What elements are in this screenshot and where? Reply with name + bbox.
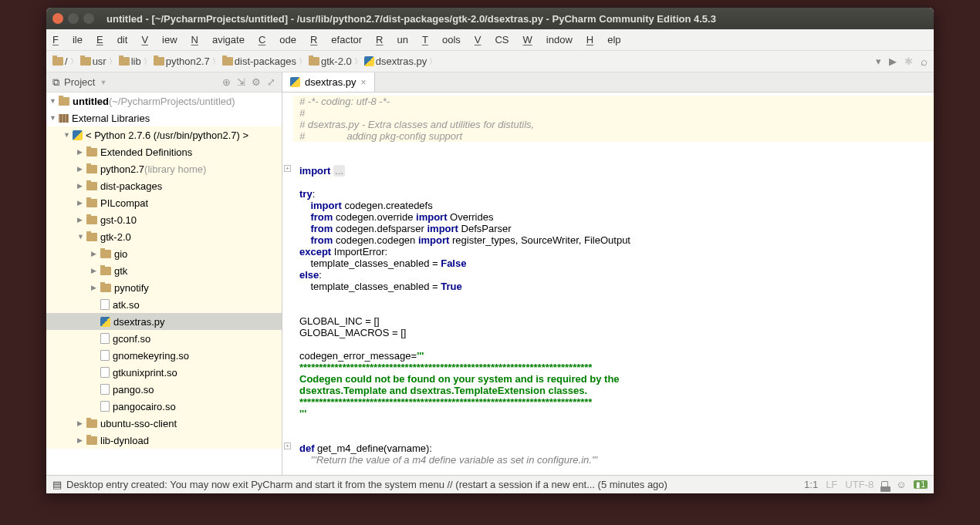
code-line[interactable]: ''' <box>293 408 934 419</box>
tree-pynotify[interactable]: ▶pynotify <box>46 279 282 296</box>
tree-external-libraries[interactable]: ▼External Libraries <box>46 109 282 126</box>
code-line[interactable]: try: <box>293 188 934 200</box>
code-line[interactable]: else: <box>293 269 934 281</box>
disclosure-icon[interactable]: ▶ <box>77 419 85 427</box>
tree-lib-dynload[interactable]: ▶lib-dynload <box>46 432 282 449</box>
run-icon[interactable]: ▶ <box>889 56 897 67</box>
window-maximize-button[interactable] <box>83 13 94 24</box>
code-line[interactable]: codegen_error_message=''' <box>293 350 934 362</box>
code-line[interactable]: except ImportError: <box>293 246 934 257</box>
tab-close-icon[interactable]: × <box>360 77 366 88</box>
tree-gst-0-10[interactable]: ▶gst-0.10 <box>46 211 282 228</box>
caret-position[interactable]: 1:1 <box>804 479 818 490</box>
crumb-dist-packages[interactable]: dist-packages <box>222 56 296 67</box>
run-config-dropdown[interactable]: ▾ <box>876 56 881 67</box>
readonly-icon[interactable] <box>881 479 888 490</box>
menu-refactor[interactable]: Refactor <box>310 34 362 45</box>
sidebar-title[interactable]: Project <box>64 76 95 88</box>
code-line[interactable]: # -*- coding: utf-8 -*- <box>293 96 934 107</box>
tree-extended-definitions[interactable]: ▶Extended Definitions <box>46 143 282 160</box>
crumb-dsextras-py[interactable]: dsextras.py <box>364 56 427 67</box>
disclosure-icon[interactable]: ▶ <box>91 250 99 257</box>
tree--python-2-7-6-usr-bin-python2-7-[interactable]: ▼< Python 2.7.6 (/usr/bin/python2.7) > <box>46 126 282 143</box>
code-line[interactable] <box>293 338 934 350</box>
code-line[interactable]: template_classes_enabled = False <box>293 257 934 269</box>
disclosure-icon[interactable]: ▼ <box>63 131 71 139</box>
menu-tools[interactable]: Tools <box>422 34 461 45</box>
search-icon[interactable]: ⌕ <box>921 55 928 68</box>
tree-dsextras-py[interactable]: dsextras.py <box>46 313 282 330</box>
file-encoding[interactable]: UTF-8 <box>845 479 874 490</box>
disclosure-icon[interactable]: ▶ <box>77 436 85 444</box>
code-editor[interactable]: # -*- coding: utf-8 -*-## dsextras.py - … <box>282 93 934 475</box>
disclosure-icon[interactable]: ▶ <box>77 182 85 190</box>
hide-icon[interactable]: ⤢ <box>267 76 275 88</box>
code-line[interactable]: # adding pkg-config support <box>293 130 934 142</box>
tree-pango-so[interactable]: pango.so <box>46 381 282 398</box>
disclosure-icon[interactable]: ▼ <box>49 114 57 122</box>
code-line[interactable]: '''Return the value of a m4 define varia… <box>293 454 934 466</box>
sidebar-view-dropdown[interactable]: ▼ <box>100 79 106 86</box>
menu-window[interactable]: Window <box>523 34 573 45</box>
code-line[interactable]: GLOBAL_MACROS = [] <box>293 327 934 338</box>
window-minimize-button[interactable] <box>68 13 79 24</box>
code-line[interactable]: # <box>293 107 934 119</box>
code-line[interactable] <box>293 431 934 443</box>
disclosure-icon[interactable]: ▶ <box>77 199 85 207</box>
tree-gconf-so[interactable]: gconf.so <box>46 330 282 347</box>
code-line[interactable] <box>293 304 934 315</box>
menu-view[interactable]: View <box>141 34 177 45</box>
code-line[interactable]: import codegen.createdefs <box>293 200 934 211</box>
code-line[interactable]: from codegen.override import Overrides <box>293 211 934 223</box>
crumb-lib[interactable]: lib <box>119 56 141 67</box>
line-separator[interactable]: LF <box>826 479 837 490</box>
tree-pangocairo-so[interactable]: pangocairo.so <box>46 398 282 415</box>
tree-atk-so[interactable]: atk.so <box>46 296 282 313</box>
tree-pilcompat[interactable]: ▶PILcompat <box>46 194 282 211</box>
tree-gnomekeyring-so[interactable]: gnomekeyring.so <box>46 347 282 364</box>
menu-file[interactable]: File <box>52 34 83 45</box>
tree-gtk-2-0[interactable]: ▼gtk-2.0 <box>46 228 282 245</box>
code-line[interactable] <box>293 292 934 304</box>
code-line[interactable]: ****************************************… <box>293 396 934 408</box>
menu-code[interactable]: Code <box>259 34 296 45</box>
disclosure-icon[interactable]: ▶ <box>91 267 99 274</box>
fold-icon[interactable]: + <box>284 443 291 449</box>
debug-icon[interactable]: ✱ <box>904 56 913 67</box>
code-line[interactable]: from codegen.codegen import register_typ… <box>293 234 934 246</box>
code-line[interactable] <box>293 153 934 165</box>
disclosure-icon[interactable]: ▶ <box>77 148 85 156</box>
code-line[interactable]: ****************************************… <box>293 362 934 373</box>
disclosure-icon[interactable]: ▼ <box>77 233 85 241</box>
disclosure-icon[interactable]: ▶ <box>91 284 99 291</box>
settings-icon[interactable]: ⚙ <box>252 76 261 88</box>
menu-vcs[interactable]: VCS <box>475 34 509 45</box>
tree-gtk[interactable]: ▶gtk <box>46 262 282 279</box>
code-line[interactable] <box>293 177 934 188</box>
menu-edit[interactable]: Edit <box>96 34 127 45</box>
event-log-icon[interactable]: ▤ <box>52 479 62 490</box>
tree-gio[interactable]: ▶gio <box>46 245 282 262</box>
crumb-usr[interactable]: usr <box>80 56 106 67</box>
disclosure-icon[interactable]: ▼ <box>49 97 57 105</box>
code-line[interactable] <box>293 419 934 431</box>
menu-run[interactable]: Run <box>376 34 408 45</box>
memory-indicator[interactable]: ▮1 <box>914 480 928 489</box>
code-line[interactable]: # dsextras.py - Extra classes and utilit… <box>293 119 934 130</box>
tree-ubuntu-sso-client[interactable]: ▶ubuntu-sso-client <box>46 415 282 432</box>
menu-help[interactable]: Help <box>586 34 621 45</box>
tree-python2-7[interactable]: ▶python2.7 (library home) <box>46 160 282 177</box>
code-line[interactable]: GLOBAL_INC = [] <box>293 315 934 327</box>
project-tree[interactable]: ▼untitled (~/PycharmProjects/untitled)▼E… <box>46 93 282 475</box>
inspection-icon[interactable]: ☺ <box>896 479 906 490</box>
fold-icon[interactable]: + <box>284 165 291 172</box>
tree-gtkunixprint-so[interactable]: gtkunixprint.so <box>46 364 282 381</box>
code-line[interactable] <box>293 142 934 153</box>
collapse-all-icon[interactable]: ⇲ <box>237 76 245 88</box>
code-line[interactable]: dsextras.Template and dsextras.TemplateE… <box>293 385 934 396</box>
editor-tab-dsextras[interactable]: dsextras.py × <box>282 72 375 92</box>
code-line[interactable]: Codegen could not be found on your syste… <box>293 373 934 385</box>
disclosure-icon[interactable]: ▶ <box>77 165 85 173</box>
window-close-button[interactable] <box>52 13 63 24</box>
disclosure-icon[interactable]: ▶ <box>77 216 85 224</box>
